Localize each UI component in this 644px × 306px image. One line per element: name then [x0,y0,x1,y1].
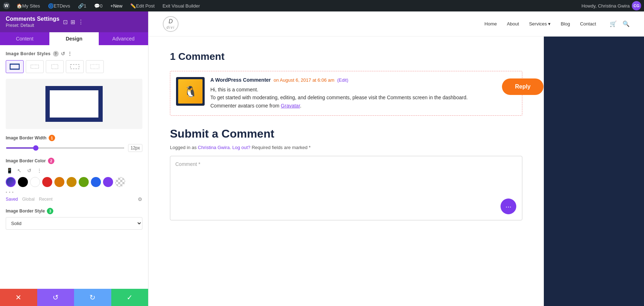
comments-settings-panel: Comments Settings Preset: Default ⊡ ⊞ ⋮ … [0,11,148,306]
color-swatch-transparent[interactable] [115,177,125,187]
panel-more-icon[interactable]: ⋮ [78,19,84,25]
mobile-icon[interactable]: 📱 [6,167,13,174]
color-tab-global[interactable]: Global [22,197,35,202]
color-tab-saved[interactable]: Saved [6,197,18,202]
tab-design[interactable]: Design [49,32,99,45]
undo-button[interactable]: ↺ [37,289,74,306]
color-reset-icon[interactable]: ↺ [26,167,33,174]
links-count[interactable]: 🔗 1 [75,0,89,11]
exit-visual-builder-btn[interactable]: Exit Visual Builder [160,0,203,11]
floating-menu-button[interactable]: ··· [501,199,516,214]
gravatar-link[interactable]: Gravatar [281,103,300,109]
content-area: 1 Comment 🐧 A WordPress Commenter on Aug… [148,37,644,306]
color-swatch-yellow[interactable] [67,177,77,187]
confirm-button[interactable]: ✓ [111,289,148,306]
cursor-icon[interactable]: ↖ [16,167,23,174]
color-swatches [6,177,142,187]
etdevs-menu[interactable]: 🌀 ETDevs [45,0,73,11]
image-border-width-label: Image Border Width [6,135,47,140]
border-width-value: 12px [128,144,142,152]
search-icon[interactable]: 🔍 [623,20,630,27]
border-style-outside-btn[interactable] [26,60,44,73]
nav-links: Home About Services ▾ Blog Contact 🛒 🔍 [484,20,630,27]
comment-date: on August 6, 2017 at 6:06 am [274,77,335,83]
color-swatch-purple[interactable] [103,177,113,187]
website-preview: D divi Home About Services ▾ Blog Contac… [148,11,644,306]
color-tab-recent[interactable]: Recent [39,197,53,202]
svg-rect-2 [52,64,58,69]
svg-rect-3 [70,64,79,69]
tab-advanced[interactable]: Advanced [99,32,148,45]
color-swatch-white[interactable] [30,177,40,187]
links-icon: 🔗 [78,3,84,9]
content-left: 1 Comment 🐧 A WordPress Commenter on Aug… [148,37,544,306]
tab-content[interactable]: Content [0,32,49,45]
color-swatch-blue[interactable] [91,177,101,187]
nav-home[interactable]: Home [484,21,497,27]
etdevs-icon: 🌀 [48,3,54,9]
color-swatch-amber[interactable] [54,177,64,187]
more-options-icon[interactable]: ⋮ [67,51,73,57]
border-style-dashed-btn[interactable] [66,60,84,73]
border-color-badge: 2 [48,158,54,164]
border-style-select[interactable]: Solid Dashed Dotted Double Groove Ridge [6,217,142,230]
logout-link[interactable]: Log out? [232,145,250,150]
nav-contact[interactable]: Contact [580,21,596,27]
border-style-solid-btn[interactable] [6,60,24,73]
image-border-styles-label: Image Border Styles [6,51,51,56]
border-style-dotted-btn[interactable] [86,60,104,73]
comment-author-line: A WordPress Commenter on August 6, 2017 … [210,77,516,83]
image-border-color-section: Image Border Color 2 📱 ↖ ↺ ⋮ [6,158,142,202]
reset-icon[interactable]: ↺ [61,51,65,57]
nav-about[interactable]: About [507,21,519,27]
comment-text: Hi, this is a comment. To get started wi… [210,86,516,110]
color-swatch-black[interactable] [18,177,28,187]
border-style-inside-btn[interactable] [46,60,64,73]
svg-rect-1 [31,65,39,68]
logged-in-user-link[interactable]: Christina Gwira [198,145,230,150]
panel-footer: ✕ ↺ ↻ ✓ [0,289,148,306]
color-swatch-custom[interactable] [6,177,16,187]
svg-rect-4 [91,64,99,69]
comments-icon: 💬 [94,3,100,9]
comment-edit-link[interactable]: (Edit) [337,77,348,83]
border-width-badge: 1 [49,135,55,141]
nav-blog[interactable]: Blog [561,21,570,27]
wp-logo-icon[interactable]: W [3,2,10,9]
new-menu[interactable]: + New [108,0,126,11]
comments-count[interactable]: 💬 0 [91,0,105,11]
site-navigation: D divi Home About Services ▾ Blog Contac… [148,11,644,37]
border-style-badge: 3 [47,208,53,214]
nav-services[interactable]: Services ▾ [529,21,551,27]
site-logo: D divi [163,16,179,32]
border-width-slider[interactable] [6,147,125,149]
image-border-styles-section: Image Border Styles ? ↺ ⋮ [6,51,142,57]
image-border-style-section: Image Border Style 3 Solid Dashed Dotted… [6,208,142,230]
border-preview-box [6,79,142,129]
cancel-button[interactable]: ✕ [0,289,37,306]
comment-content: A WordPress Commenter on August 6, 2017 … [210,77,516,110]
panel-grid-icon[interactable]: ⊞ [70,19,75,25]
cart-icon[interactable]: 🛒 [610,20,617,27]
panel-resize-icon[interactable]: ⊡ [63,19,68,25]
help-icon[interactable]: ? [53,51,59,57]
my-sites-menu[interactable]: 🏠 My Sites [14,0,43,11]
login-line: Logged in as Christina Gwira. Log out? R… [170,145,522,150]
image-border-width-section: Image Border Width 1 12px [6,135,142,152]
comment-block: 🐧 A WordPress Commenter on August 6, 201… [170,71,522,116]
reply-button[interactable]: Reply [502,78,543,95]
redo-button[interactable]: ↻ [74,289,111,306]
panel-preset: Preset: Default [6,23,59,28]
border-preview-inner [45,86,103,122]
sidebar-dark [544,37,644,306]
color-settings-icon[interactable]: ⚙ [138,196,142,202]
color-more-icon[interactable]: ⋮ [36,167,43,174]
comments-heading: 1 Comment [170,51,522,62]
panel-tabs: Content Design Advanced [0,32,148,45]
comment-textarea-placeholder[interactable]: Comment * [175,161,517,167]
color-swatch-red[interactable] [42,177,52,187]
panel-header: Comments Settings Preset: Default ⊡ ⊞ ⋮ [0,11,148,32]
color-swatch-green[interactable] [79,177,89,187]
new-icon: + [111,3,113,9]
edit-post-btn[interactable]: ✏️ Edit Post [127,0,157,11]
